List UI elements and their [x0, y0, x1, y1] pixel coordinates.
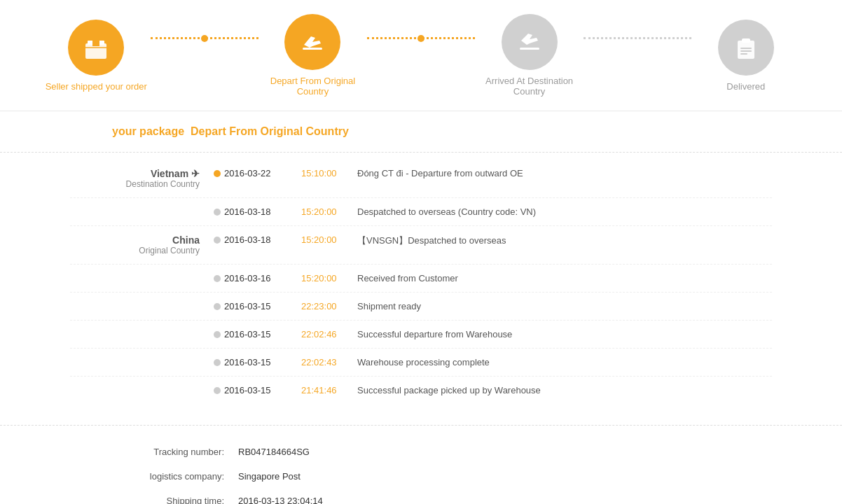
step-depart-label: Depart From Original Country — [258, 76, 367, 97]
table-row: 2016-03-1522:23:00Shipment ready — [70, 293, 772, 321]
dot-col — [210, 301, 224, 310]
tracking-number-label: Tracking number: — [112, 447, 238, 457]
svg-rect-6 — [520, 48, 539, 50]
time-col: 15:20:00 — [301, 234, 357, 245]
desc-col: Received from Customer — [357, 273, 772, 284]
step-seller: Seller shipped your order — [42, 20, 151, 92]
svg-rect-10 — [740, 50, 752, 52]
package-title: your package Depart From Original Countr… — [0, 111, 842, 153]
table-row: 2016-03-1615:20:00Received from Customer — [70, 265, 772, 293]
step-delivered-label: Delivered — [726, 81, 765, 92]
location-col: Vietnam ✈Destination Country — [70, 168, 210, 189]
dot-col — [210, 206, 224, 216]
step-seller-label: Seller shipped your order — [46, 81, 147, 92]
desc-col: Warehouse processing complete — [357, 357, 772, 368]
country-name: Vietnam ✈ — [151, 168, 200, 179]
time-col: 15:20:00 — [301, 206, 357, 217]
tracking-number-value: RB047184664SG — [238, 447, 310, 457]
svg-rect-8 — [742, 38, 750, 43]
svg-rect-3 — [92, 43, 99, 46]
desc-col: Successful package picked up by Warehous… — [357, 385, 772, 396]
time-col: 15:10:00 — [301, 168, 357, 178]
svg-rect-11 — [740, 53, 747, 55]
info-section: Tracking number: RB047184664SG logistics… — [0, 425, 842, 504]
connector-2 — [367, 37, 476, 39]
dot-col — [210, 357, 224, 366]
step-arrived: Arrived At Destination Country — [475, 14, 584, 97]
step-depart-icon-wrap — [284, 14, 340, 70]
dot-col — [210, 329, 224, 338]
time-col: 21:41:46 — [301, 385, 357, 396]
dot-col — [210, 385, 224, 394]
clipboard-icon — [732, 34, 760, 62]
timeline-dot — [214, 387, 221, 394]
dot-col — [210, 168, 224, 177]
step-delivered: Delivered — [691, 20, 800, 92]
date-col: 2016-03-15 — [224, 385, 301, 396]
table-row: 2016-03-1522:02:46Successful departure f… — [70, 321, 772, 349]
time-col: 22:02:43 — [301, 357, 357, 368]
country-name: China — [172, 234, 200, 246]
step-arrived-icon-wrap — [502, 14, 558, 70]
location-col: ChinaOriginal Country — [70, 234, 210, 255]
timeline-dot — [214, 275, 221, 282]
step-arrived-label: Arrived At Destination Country — [475, 76, 584, 97]
date-col: 2016-03-18 — [224, 234, 301, 245]
country-sub: Original Country — [70, 246, 200, 255]
desc-col: Despatched to overseas (Country code: VN… — [357, 206, 772, 217]
date-col: 2016-03-22 — [224, 168, 301, 178]
date-col: 2016-03-16 — [224, 273, 301, 284]
country-sub: Destination Country — [70, 179, 200, 189]
step-delivered-icon-wrap — [718, 20, 774, 76]
plane-depart-icon — [298, 28, 326, 56]
timeline-dot — [214, 209, 221, 216]
table-row: 2016-03-1521:41:46Successful package pic… — [70, 377, 772, 404]
shipping-time-label: Shipping time: — [112, 496, 238, 504]
date-col: 2016-03-15 — [224, 357, 301, 368]
package-status-text: Depart From Original Country — [191, 125, 349, 137]
logistics-row: logistics company: Singapore Post — [112, 464, 730, 489]
desc-col: Đóng CT đi - Departure from outward OE — [357, 168, 772, 178]
desc-col: 【VNSGN】Despatched to overseas — [357, 234, 772, 247]
tracking-number-row: Tracking number: RB047184664SG — [112, 440, 730, 464]
time-col: 15:20:00 — [301, 273, 357, 284]
package-subtitle-text: your package — [112, 125, 184, 137]
time-col: 22:23:00 — [301, 301, 357, 312]
step-seller-icon-wrap — [68, 20, 124, 76]
connector-dot-2 — [417, 35, 425, 42]
date-col: 2016-03-15 — [224, 301, 301, 312]
tracking-table: Vietnam ✈Destination Country2016-03-2215… — [0, 153, 842, 425]
timeline-dot — [214, 237, 221, 244]
time-col: 22:02:46 — [301, 329, 357, 340]
timeline-dot — [214, 359, 221, 366]
connector-dot-1 — [201, 35, 208, 42]
dot-col — [210, 273, 224, 282]
progress-bar: Seller shipped your order Depart From Or… — [0, 0, 842, 111]
connector-3 — [584, 37, 692, 39]
timeline-dot — [214, 303, 221, 310]
desc-col: Shipment ready — [357, 301, 772, 312]
table-row: Vietnam ✈Destination Country2016-03-2215… — [70, 160, 772, 198]
shipping-time-row: Shipping time: 2016-03-13 23:04:14 — [112, 489, 730, 504]
logistics-value: Singapore Post — [238, 471, 301, 482]
date-col: 2016-03-18 — [224, 206, 301, 217]
plane-arrive-icon — [516, 28, 544, 56]
svg-rect-5 — [303, 48, 322, 50]
shipping-time-value: 2016-03-13 23:04:14 — [238, 496, 323, 504]
svg-rect-9 — [740, 48, 752, 49]
table-row: 2016-03-1815:20:00Despatched to overseas… — [70, 198, 772, 226]
dot-col — [210, 234, 224, 244]
connector-1 — [151, 37, 259, 39]
logistics-label: logistics company: — [112, 471, 238, 482]
timeline-dot — [214, 331, 221, 338]
date-col: 2016-03-15 — [224, 329, 301, 340]
step-depart: Depart From Original Country — [258, 14, 367, 97]
svg-rect-7 — [738, 41, 754, 59]
desc-col: Successful departure from Warehouse — [357, 329, 772, 340]
table-row: ChinaOriginal Country2016-03-1815:20:00【… — [70, 226, 772, 265]
timeline-dot — [214, 170, 221, 177]
box-icon — [82, 34, 110, 62]
table-row: 2016-03-1522:02:43Warehouse processing c… — [70, 349, 772, 377]
